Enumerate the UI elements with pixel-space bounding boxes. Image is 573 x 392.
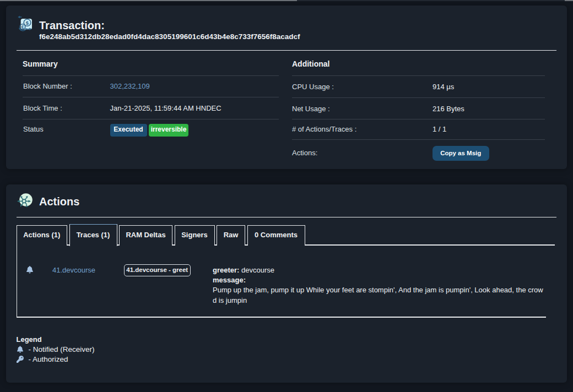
svg-text:$: $ <box>26 20 29 26</box>
svg-text:€: € <box>21 24 24 30</box>
